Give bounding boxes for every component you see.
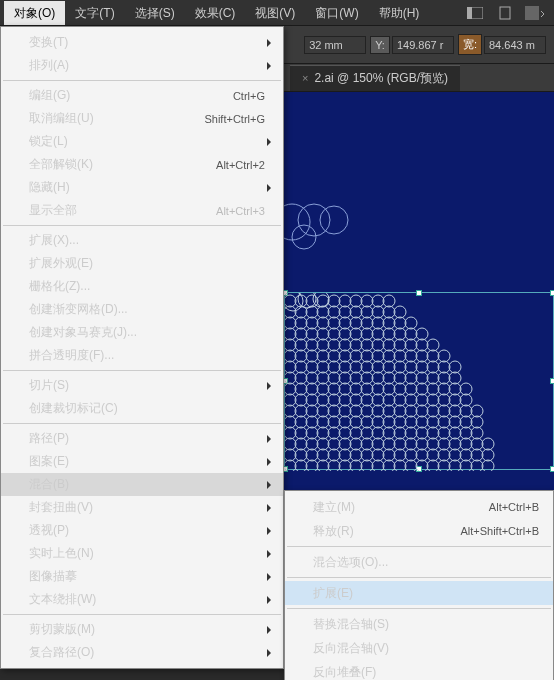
menu-item[interactable]: 排列(A) (1, 54, 283, 77)
submenu-item[interactable]: 建立(M)Alt+Ctrl+B (285, 495, 553, 519)
menu-item[interactable]: 图案(E) (1, 450, 283, 473)
submenu-item[interactable]: 混合选项(O)... (285, 550, 553, 574)
menu-item[interactable]: 封套扭曲(V) (1, 496, 283, 519)
svg-point-58 (328, 339, 340, 351)
svg-point-133 (295, 394, 307, 406)
menu-item[interactable]: 变换(T) (1, 31, 283, 54)
menu-item[interactable]: 拼合透明度(F)... (1, 344, 283, 367)
svg-point-42 (295, 328, 307, 340)
submenu-item[interactable]: 释放(R)Alt+Shift+Ctrl+B (285, 519, 553, 543)
svg-point-122 (361, 383, 373, 395)
svg-point-174 (361, 416, 373, 428)
svg-point-259 (482, 460, 494, 471)
menubar-window[interactable]: 窗口(W) (305, 1, 368, 25)
svg-point-134 (306, 394, 318, 406)
svg-point-29 (285, 317, 296, 329)
menu-item[interactable]: 路径(P) (1, 427, 283, 450)
svg-point-165 (460, 405, 472, 417)
svg-point-184 (471, 416, 483, 428)
menu-item[interactable]: 隐藏(H) (1, 176, 283, 199)
menu-item[interactable]: 图像描摹 (1, 565, 283, 588)
svg-point-33 (328, 317, 340, 329)
layout-icon[interactable] (463, 1, 487, 25)
svg-point-66 (416, 339, 428, 351)
svg-point-54 (285, 339, 296, 351)
menu-item[interactable]: 栅格化(Z)... (1, 275, 283, 298)
menubar-help[interactable]: 帮助(H) (369, 1, 430, 25)
submenu-item[interactable]: 反向堆叠(F) (285, 660, 553, 680)
menu-item[interactable]: 切片(S) (1, 374, 283, 397)
svg-point-48 (361, 328, 373, 340)
svg-point-72 (328, 350, 340, 362)
svg-point-26 (372, 306, 384, 318)
svg-point-87 (328, 361, 340, 373)
menu-item[interactable]: 全部解锁(K)Alt+Ctrl+2 (1, 153, 283, 176)
svg-point-186 (295, 427, 307, 439)
menubar-select[interactable]: 选择(S) (125, 1, 185, 25)
svg-point-110 (405, 372, 417, 384)
svg-point-4 (284, 204, 310, 240)
submenu-item[interactable]: 扩展(E) (285, 581, 553, 605)
y-value[interactable]: 149.867 r (392, 36, 454, 54)
svg-point-195 (394, 427, 406, 439)
document-tab[interactable]: × 2.ai @ 150% (RGB/预览) (290, 65, 460, 91)
menu-item[interactable]: 文本绕排(W) (1, 588, 283, 611)
svg-point-103 (328, 372, 340, 384)
menubar-effect[interactable]: 效果(C) (185, 1, 246, 25)
menu-item[interactable]: 混合(B) (1, 473, 283, 496)
svg-point-7 (292, 225, 316, 249)
svg-point-253 (416, 460, 428, 471)
svg-point-158 (383, 405, 395, 417)
svg-point-234 (416, 449, 428, 461)
menu-item[interactable]: 创建对象马赛克(J)... (1, 321, 283, 344)
menu-item[interactable]: 扩展(X)... (1, 229, 283, 252)
svg-point-146 (438, 394, 450, 406)
menu-item[interactable]: 创建裁切标记(C) (1, 397, 283, 420)
svg-point-106 (361, 372, 373, 384)
menu-item[interactable]: 编组(G)Ctrl+G (1, 84, 283, 107)
svg-point-178 (405, 416, 417, 428)
svg-point-170 (317, 416, 329, 428)
svg-point-187 (306, 427, 318, 439)
svg-point-193 (372, 427, 384, 439)
svg-point-60 (350, 339, 362, 351)
svg-point-124 (383, 383, 395, 395)
menu-item[interactable]: 剪切蒙版(M) (1, 618, 283, 641)
svg-point-50 (383, 328, 395, 340)
svg-point-75 (361, 350, 373, 362)
dropdown-icon[interactable] (523, 1, 547, 25)
svg-point-222 (285, 449, 296, 461)
close-icon[interactable]: × (302, 72, 308, 84)
menubar-object[interactable]: 对象(O) (4, 1, 65, 25)
menu-item[interactable]: 复合路径(O) (1, 641, 283, 664)
svg-point-128 (427, 383, 439, 395)
svg-point-252 (405, 460, 417, 471)
svg-point-256 (449, 460, 461, 471)
svg-point-220 (471, 438, 483, 450)
menu-item[interactable]: 锁定(L) (1, 130, 283, 153)
menu-item[interactable]: 创建渐变网格(D)... (1, 298, 283, 321)
menu-item[interactable]: 实时上色(N) (1, 542, 283, 565)
menubar-text[interactable]: 文字(T) (65, 1, 124, 25)
svg-point-65 (405, 339, 417, 351)
svg-point-171 (328, 416, 340, 428)
x-value[interactable]: 32 mm (304, 36, 366, 54)
svg-point-81 (427, 350, 439, 362)
blend-submenu: 建立(M)Alt+Ctrl+B释放(R)Alt+Shift+Ctrl+B混合选项… (284, 490, 554, 680)
submenu-item[interactable]: 反向混合轴(V) (285, 636, 553, 660)
svg-point-214 (405, 438, 417, 450)
svg-point-129 (438, 383, 450, 395)
w-value[interactable]: 84.643 m (484, 36, 546, 54)
svg-point-115 (285, 383, 296, 395)
svg-point-173 (350, 416, 362, 428)
doc-icon[interactable] (493, 1, 517, 25)
menu-item[interactable]: 透视(P) (1, 519, 283, 542)
submenu-item: 替换混合轴(S) (285, 612, 553, 636)
svg-point-239 (471, 449, 483, 461)
menubar-view[interactable]: 视图(V) (245, 1, 305, 25)
menu-item[interactable]: 取消编组(U)Shift+Ctrl+G (1, 107, 283, 130)
svg-point-97 (438, 361, 450, 373)
svg-point-11 (317, 295, 329, 307)
svg-point-53 (416, 328, 428, 340)
svg-point-224 (306, 449, 318, 461)
